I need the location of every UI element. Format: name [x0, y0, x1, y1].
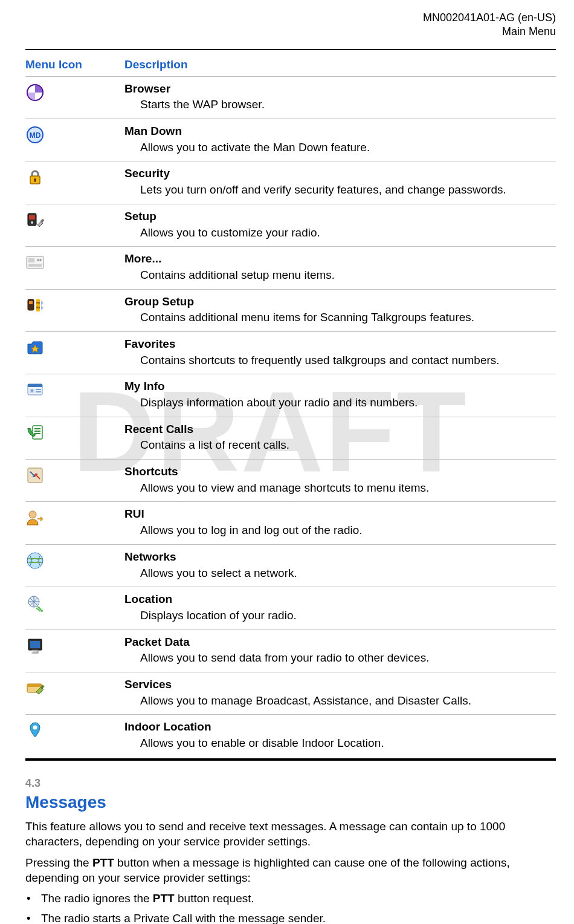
menu-desc: Allows you to enable or disable Indoor L… — [140, 736, 553, 751]
menu-title: Security — [124, 166, 553, 181]
menu-title: Group Setup — [124, 294, 553, 310]
table-row: My Info Displays information about your … — [25, 374, 556, 417]
setup-icon — [25, 210, 45, 230]
browser-icon — [25, 83, 45, 102]
svg-rect-40 — [31, 651, 33, 652]
networks-icon — [25, 551, 45, 570]
security-icon — [25, 168, 45, 187]
svg-point-36 — [40, 610, 43, 612]
doc-section: Main Menu — [502, 25, 556, 37]
menu-desc: Contains a list of recent calls. — [140, 438, 553, 453]
svg-rect-16 — [28, 299, 34, 310]
svg-rect-15 — [28, 264, 42, 267]
svg-rect-23 — [28, 384, 42, 387]
section-number: 4.3 — [25, 776, 556, 790]
menu-desc: Allows you to send data from your radio … — [140, 651, 553, 666]
table-row: Browser Starts the WAP browser. — [25, 76, 556, 119]
menu-title: Setup — [124, 209, 553, 224]
top-rule — [25, 49, 556, 50]
bullet-list: The radio ignores the PTT button request… — [25, 891, 556, 924]
section-paragraph: This feature allows you to send and rece… — [25, 819, 556, 849]
menu-desc: Contains shortcuts to frequently used ta… — [140, 353, 553, 368]
menu-desc: Allows you to activate the Man Down feat… — [140, 140, 553, 155]
table-row: Indoor Location Allows you to enable or … — [25, 715, 556, 757]
menu-title: Packet Data — [124, 635, 553, 650]
svg-point-25 — [31, 389, 33, 392]
menu-desc: Contains additional setup menu items. — [140, 268, 553, 283]
svg-point-13 — [37, 259, 39, 261]
svg-point-34 — [27, 553, 43, 568]
table-header-description: Description — [124, 54, 556, 76]
table-row: Favorites Contains shortcuts to frequent… — [25, 331, 556, 374]
svg-text:MD: MD — [30, 131, 41, 140]
menu-title: Recent Calls — [124, 422, 553, 437]
table-row: Networks Allows you to select a network. — [25, 544, 556, 587]
ptt-bold: PTT — [92, 856, 114, 869]
svg-rect-31 — [34, 433, 40, 434]
menu-title: Networks — [124, 550, 553, 565]
my-info-icon — [25, 380, 45, 400]
svg-rect-30 — [34, 431, 40, 432]
menu-desc: Allows you to manage Broadcast, Assistan… — [140, 694, 553, 709]
text: The radio ignores the — [41, 892, 153, 905]
menu-title: RUI — [124, 507, 553, 522]
svg-point-14 — [39, 259, 41, 261]
group-setup-icon — [25, 296, 45, 315]
table-row: RUI Allows you to log in and log out of … — [25, 502, 556, 544]
section-paragraph: Pressing the PTT button when a message i… — [25, 856, 556, 885]
table-row: Services Allows you to manage Broadcast,… — [25, 672, 556, 714]
menu-title: Location — [124, 592, 553, 607]
svg-rect-27 — [36, 391, 41, 392]
menu-desc: Contains additional menu items for Scann… — [140, 310, 553, 325]
svg-point-33 — [29, 511, 36, 518]
svg-rect-6 — [34, 180, 36, 182]
location-icon — [25, 593, 45, 613]
menu-title: More... — [124, 252, 553, 267]
svg-rect-38 — [30, 641, 40, 648]
indoor-location-icon — [25, 721, 45, 740]
svg-rect-8 — [29, 215, 35, 220]
menu-title: My Info — [124, 379, 553, 394]
menu-title: Shortcuts — [124, 464, 553, 480]
menu-desc: Lets you turn on/off and verify security… — [140, 183, 553, 198]
doc-id: MN002041A01-AG (en-US) — [423, 11, 556, 24]
list-item: The radio ignores the PTT button request… — [25, 891, 556, 906]
table-end-rule — [25, 758, 556, 761]
table-row: MD Man Down Allows you to activate the M… — [25, 119, 556, 161]
shortcuts-icon — [25, 466, 45, 485]
list-item: The radio starts a Private Call with the… — [25, 911, 556, 924]
table-row: Group Setup Contains additional menu ite… — [25, 289, 556, 331]
table-row: More... Contains additional setup menu i… — [25, 247, 556, 289]
recent-calls-icon — [25, 423, 45, 443]
svg-rect-29 — [34, 428, 40, 429]
menu-icon-table: Menu Icon Description Brow — [25, 54, 556, 757]
menu-title: Man Down — [124, 124, 553, 139]
table-header-icon: Menu Icon — [25, 54, 124, 76]
text: button request. — [175, 892, 254, 905]
svg-rect-28 — [33, 426, 42, 439]
section-title: Messages — [25, 792, 556, 813]
svg-rect-12 — [28, 258, 34, 262]
svg-rect-19 — [36, 302, 40, 304]
more-icon — [25, 253, 45, 272]
table-row: Recent Calls Contains a list of recent c… — [25, 417, 556, 459]
text: Pressing the — [25, 856, 92, 869]
table-row: Packet Data Allows you to send data from… — [25, 630, 556, 672]
menu-desc: Displays location of your radio. — [140, 608, 553, 623]
menu-desc: Displays information about your radio an… — [140, 395, 553, 411]
table-row: Location Displays location of your radio… — [25, 587, 556, 630]
menu-desc: Allows you to log in and log out of the … — [140, 523, 553, 538]
svg-point-9 — [31, 221, 33, 224]
menu-desc: Allows you to customize your radio. — [140, 226, 553, 241]
menu-title: Browser — [124, 82, 553, 97]
menu-title: Favorites — [124, 337, 553, 352]
svg-rect-17 — [29, 301, 33, 304]
svg-rect-26 — [36, 389, 41, 390]
svg-rect-42 — [27, 684, 42, 687]
favorites-icon — [25, 338, 45, 357]
table-row: Security Lets you turn on/off and verify… — [25, 161, 556, 204]
table-row: Shortcuts Allows you to view and manage … — [25, 460, 556, 502]
menu-desc: Allows you to view and manage shortcuts … — [140, 481, 553, 496]
svg-point-44 — [33, 726, 37, 730]
menu-desc: Allows you to select a network. — [140, 566, 553, 581]
